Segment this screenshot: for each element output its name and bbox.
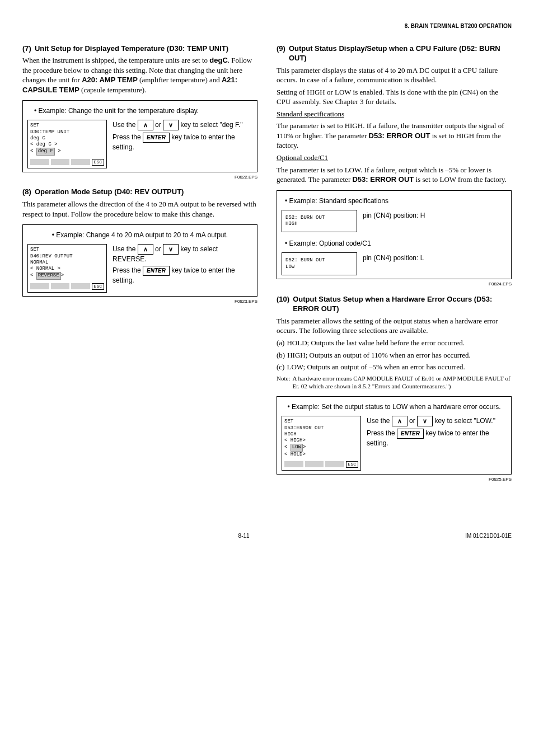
note-text: A hardware error means CAP MODULE FAULT … [292, 374, 512, 391]
lcd-highlight: deg F [36, 148, 55, 155]
paragraph: The parameter is set to LOW. If a failur… [277, 165, 512, 185]
paragraph: This parameter allows the direction of t… [22, 199, 257, 219]
arrow-up-icon: ∧ [143, 121, 148, 128]
pin-position: pin (CN4) position: L [363, 252, 507, 262]
text: Use the [367, 417, 392, 425]
list-item-b: (b) HIGH; Outputs an output of 110% when… [277, 350, 512, 360]
lcd-line: D53:ERROR OUT [284, 425, 358, 431]
underline-text: Optional code/C1 [277, 153, 328, 162]
lcd-line: HIGH [284, 431, 358, 438]
heading-num: (10) [277, 294, 289, 314]
text-bold: A20: AMP TEMP [82, 76, 138, 84]
list-marker: (b) [277, 350, 285, 360]
lcd-display: SET D40:REV OUTPUT NORMAL < NORMAL > < R… [27, 244, 107, 292]
example-box-d53: • Example: Set the output status to LOW … [277, 396, 512, 475]
heading-title: Output Status Setup when a Hardware Erro… [293, 294, 512, 314]
text: Use the [113, 245, 138, 253]
subheading: Optional code/C1 [277, 153, 512, 163]
underline-text: Standard specifications [277, 110, 344, 118]
text: or [153, 245, 163, 253]
heading-title: Output Status Display/Setup when a CPU F… [289, 44, 512, 63]
lcd-line: SET [284, 419, 358, 425]
arrow-up-key: ∧ [138, 244, 153, 255]
arrow-up-key: ∧ [138, 120, 153, 130]
lcd-line: D30:TEMP UNIT [30, 129, 104, 135]
blank-key [30, 283, 49, 289]
example-title: • Example: Optional code/C1 [285, 239, 503, 248]
lcd-line: HIGH [285, 221, 353, 227]
enter-key: ENTER [143, 266, 170, 276]
example-box-d30: • Example: Change the unit for the tempe… [22, 100, 257, 172]
pin-position: pin (CN4) position: H [363, 210, 507, 220]
lcd-keys-row: ESC [284, 461, 358, 468]
esc-key: ESC [92, 283, 104, 290]
lcd-line: deg C [30, 135, 104, 142]
instructions: Use the ∧ or ∨ key to select "LOW." Pres… [367, 416, 507, 471]
enter-key: ENTER [143, 133, 170, 143]
text: > [303, 444, 306, 450]
heading-num: (8) [22, 187, 31, 197]
list-marker: (a) [277, 338, 284, 348]
text: (capsule temperature). [79, 86, 146, 94]
arrow-up-icon: ∧ [397, 417, 402, 424]
arrow-down-icon: ∨ [168, 121, 173, 128]
paragraph: This parameter allows the setting of the… [277, 316, 512, 336]
heading-section-7: (7) Unit Setup for Displayed Temperature… [22, 44, 257, 54]
note: Note: A hardware error means CAP MODULE … [277, 374, 512, 391]
list-item-c: (c) LOW; Outputs an output of –5% when a… [277, 362, 512, 372]
arrow-down-icon: ∨ [168, 246, 173, 252]
text: is set to LOW from the factory. [414, 175, 507, 184]
heading-num: (9) [277, 44, 285, 63]
instruction-line: Use the ∧ or ∨ key to select REVERSE. [113, 244, 252, 264]
paragraph: The parameter is set to HIGH. If a failu… [277, 121, 512, 151]
list-text: LOW; Outputs an output of –5% when an er… [287, 362, 512, 372]
text: (amplifier temperature) and [138, 76, 222, 84]
lcd-line: SET [30, 123, 104, 129]
heading-title: Operation Mode Setup (D40: REV OUTPUT) [35, 187, 184, 197]
blank-key [51, 159, 70, 165]
esc-key: ESC [346, 461, 358, 468]
lcd-line: < deg F > [30, 148, 104, 155]
left-column: (7) Unit Setup for Displayed Temperature… [22, 37, 257, 487]
text: < [30, 148, 36, 154]
right-column: (9) Output Status Display/Setup when a C… [277, 37, 512, 487]
example-title: • Example: Change 4 to 20 mA output to 2… [31, 231, 249, 240]
lcd-line: < HIGH> [284, 438, 358, 444]
text: or [407, 417, 417, 425]
instruction-line: Use the ∧ or ∨ key to select "LOW." [367, 416, 507, 426]
lcd-display: D52: BURN OUT LOW [282, 252, 357, 275]
page-number: 8-11 [238, 532, 250, 540]
heading-section-9: (9) Output Status Display/Setup when a C… [277, 44, 512, 63]
arrow-down-key: ∨ [163, 120, 179, 130]
heading-section-8: (8) Operation Mode Setup (D40: REV OUTPU… [22, 187, 257, 197]
doc-number: IM 01C21D01-01E [465, 532, 512, 540]
arrow-up-icon: ∧ [143, 246, 148, 252]
blank-key [30, 159, 49, 165]
figure-caption: F0824.EPS [277, 281, 512, 288]
text: Press the [113, 266, 143, 274]
text: > [61, 273, 64, 278]
figure-caption: F0823.EPS [22, 299, 257, 305]
text: Use the [113, 121, 138, 129]
text-bold: degC [209, 56, 228, 64]
example-box-d52: • Example: Standard specifications D52: … [277, 190, 512, 279]
instruction-line: Press the ENTER key twice to enter the s… [367, 429, 507, 448]
blank-key [51, 283, 70, 289]
list-text: HIGH; Outputs an output of 110% when an … [287, 350, 512, 360]
blank-key [71, 283, 90, 289]
page-footer: 8-11 IM 01C21D01-01E [22, 532, 512, 540]
lcd-line: SET [30, 247, 104, 253]
instruction-line: Press the ENTER key twice to enter the s… [113, 133, 252, 152]
lcd-keys-row: ESC [30, 159, 104, 166]
list-marker: (c) [277, 362, 284, 372]
text: When the instrument is shipped, the temp… [22, 56, 209, 64]
lcd-line: < REVERSE> [30, 272, 104, 279]
lcd-line: D52: BURN OUT [285, 257, 353, 264]
paragraph: Setting of HIGH or LOW is enabled. This … [277, 87, 512, 107]
list-text: HOLD; Outputs the last value held before… [287, 338, 512, 348]
content-columns: (7) Unit Setup for Displayed Temperature… [22, 37, 512, 487]
text: Press the [367, 429, 397, 437]
text: < [284, 444, 291, 450]
text: or [153, 121, 163, 129]
blank-key [325, 461, 344, 467]
